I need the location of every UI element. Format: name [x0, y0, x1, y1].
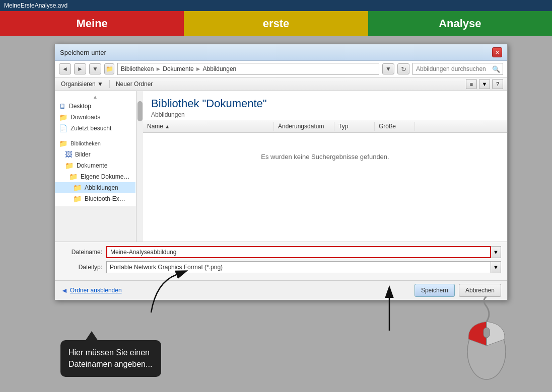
dialog-titlebar: Speichern unter ✕: [55, 44, 507, 61]
filetype-row: Dateityp: ▼: [61, 261, 501, 273]
filename-row: Dateiname: ▼: [61, 246, 501, 258]
annotation-balloon: Hier müssen Sie einen Dateinamen angeben…: [60, 340, 161, 377]
filetype-label: Dateityp:: [61, 264, 106, 271]
back-button[interactable]: ◄: [59, 63, 71, 74]
tab-meine[interactable]: Meine: [0, 11, 184, 36]
sidebar-item-eigene[interactable]: 📁 Eigene Dokume…: [55, 171, 135, 182]
view-icon-dropdown[interactable]: ▼: [479, 79, 490, 89]
filetype-dropdown[interactable]: ▼: [491, 261, 501, 273]
view-list-button[interactable]: ≡: [466, 79, 477, 89]
filename-label: Dateiname:: [61, 249, 106, 256]
forward-button[interactable]: ►: [74, 63, 86, 74]
dialog-window: Speichern unter ✕ ◄ ► ▼ 📁 Bibliotheken ►…: [54, 44, 508, 300]
downloads-icon: 📁: [59, 113, 67, 121]
svg-rect-4: [484, 328, 490, 338]
filetype-input: [106, 261, 491, 273]
search-icon: 🔍: [492, 65, 500, 73]
tab-analyse[interactable]: Analyse: [368, 11, 552, 36]
hide-folders-button[interactable]: ◄ Ordner ausblenden: [61, 286, 122, 294]
scrollbar-thumb[interactable]: [137, 101, 143, 121]
search-input[interactable]: [412, 63, 503, 75]
sidebar-item-bilder[interactable]: 🖼 Bilder: [55, 149, 135, 160]
titlebar: MeineErsteAnalyse.avd: [0, 0, 552, 11]
address-dropdown[interactable]: ▼: [382, 63, 394, 74]
sidebar-scrollbar[interactable]: [136, 91, 143, 242]
close-button[interactable]: ✕: [492, 47, 502, 57]
help-button[interactable]: ?: [492, 79, 503, 89]
no-results-message: Es wurden keine Suchergebnisse gefunden.: [143, 133, 507, 181]
save-button[interactable]: Speichern: [415, 284, 455, 297]
scroll-up[interactable]: ▲: [55, 93, 135, 101]
refresh-button[interactable]: ↻: [397, 63, 409, 74]
library-subtitle: Abbildungen: [151, 111, 267, 118]
col-header-size[interactable]: Größe: [375, 122, 415, 131]
address-path[interactable]: Bibliotheken ► Dokumente ► Abbildungen: [117, 63, 379, 75]
mouse-illustration: [461, 296, 512, 382]
sidebar-wrapper: ▲ 🖥 Desktop 📁 Downloads 📄 Zuletzt besuch…: [55, 91, 143, 242]
bibliotheken-icon: 📁: [59, 139, 67, 147]
organize-button[interactable]: Organisieren ▼: [59, 80, 105, 89]
sidebar-section-bibliotheken: 📁 Bibliotheken: [55, 138, 135, 149]
bottom-fields: Dateiname: ▼ Dateityp: ▼: [55, 242, 507, 280]
header-tabs: Meine erste Analyse: [0, 11, 552, 36]
search-wrapper: 🔍: [412, 63, 503, 75]
bluetooth-icon: 📁: [73, 195, 82, 203]
eigene-icon: 📁: [69, 173, 78, 181]
library-title: Bibliothek "Dokumente": [151, 97, 267, 110]
content-area: ▲ 🖥 Desktop 📁 Downloads 📄 Zuletzt besuch…: [55, 91, 507, 242]
desktop-icon: 🖥: [59, 102, 66, 110]
file-list: Bibliothek "Dokumente" Abbildungen Anord…: [143, 91, 507, 242]
sidebar: ▲ 🖥 Desktop 📁 Downloads 📄 Zuletzt besuch…: [55, 91, 143, 206]
zuletzt-icon: 📄: [59, 124, 67, 132]
view-controls: ≡ ▼ ?: [466, 79, 503, 89]
filename-input[interactable]: [106, 246, 491, 258]
dialog-title: Speichern unter: [60, 49, 106, 56]
abbildungen-icon: 📁: [73, 184, 82, 192]
sidebar-item-abbildungen[interactable]: 📁 Abbildungen: [55, 182, 135, 193]
annotation-arrow-2: [377, 295, 402, 336]
col-header-date[interactable]: Änderungsdatum: [274, 122, 334, 131]
col-header-type[interactable]: Typ: [334, 122, 375, 131]
sidebar-item-downloads[interactable]: 📁 Downloads: [55, 112, 135, 123]
dokumente-icon: 📁: [65, 162, 74, 170]
filename-dropdown[interactable]: ▼: [491, 246, 501, 258]
separator: [109, 80, 110, 88]
tab-erste[interactable]: erste: [184, 11, 368, 36]
main-area: Speichern unter ✕ ◄ ► ▼ 📁 Bibliotheken ►…: [0, 36, 552, 392]
toolbar: Organisieren ▼ Neuer Ordner ≡ ▼ ?: [55, 77, 507, 91]
col-header-name[interactable]: Name ▲: [143, 122, 274, 131]
folder-icon: 📁: [104, 63, 114, 74]
sidebar-item-dokumente[interactable]: 📁 Dokumente: [55, 160, 135, 171]
file-list-header: Name ▲ Änderungsdatum Typ Größe: [143, 120, 507, 133]
action-buttons: Speichern Abbrechen: [415, 284, 501, 297]
sidebar-item-bluetooth[interactable]: 📁 Bluetooth-Ex…: [55, 193, 135, 204]
library-header: Bibliothek "Dokumente" Abbildungen Anord…: [143, 91, 507, 120]
annotation-arrow-1: [146, 272, 186, 318]
footer: ◄ Ordner ausblenden Speichern Abbrechen: [55, 280, 507, 300]
up-button[interactable]: ▼: [89, 63, 101, 74]
titlebar-text: MeineErsteAnalyse.avd: [4, 2, 67, 9]
cancel-button[interactable]: Abbrechen: [459, 284, 501, 297]
address-bar: ◄ ► ▼ 📁 Bibliotheken ► Dokumente ► Abbil…: [55, 61, 507, 77]
new-folder-button[interactable]: Neuer Ordner: [114, 80, 155, 89]
sidebar-item-zuletzt[interactable]: 📄 Zuletzt besucht: [55, 123, 135, 134]
bilder-icon: 🖼: [65, 150, 72, 159]
sidebar-item-desktop[interactable]: 🖥 Desktop: [55, 101, 135, 112]
